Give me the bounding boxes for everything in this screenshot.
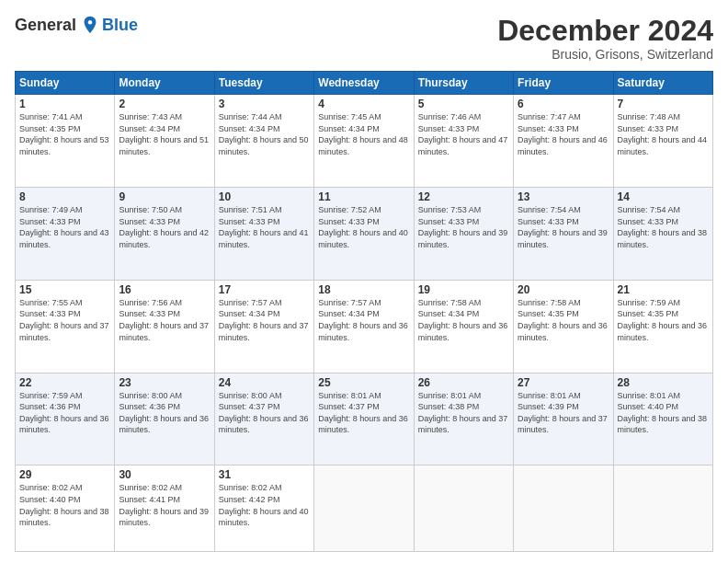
day-number: 4 — [318, 98, 409, 110]
table-row: 14Sunrise: 7:54 AM Sunset: 4:33 PM Dayli… — [613, 188, 712, 281]
table-row: 7Sunrise: 7:48 AM Sunset: 4:33 PM Daylig… — [613, 95, 712, 188]
day-number: 16 — [119, 283, 210, 296]
day-info: Sunrise: 8:01 AM Sunset: 4:39 PM Dayligh… — [518, 390, 609, 436]
day-info: Sunrise: 7:57 AM Sunset: 4:34 PM Dayligh… — [318, 297, 409, 343]
day-number: 11 — [318, 190, 409, 203]
col-wednesday: Wednesday — [314, 72, 414, 95]
table-row: 15Sunrise: 7:55 AM Sunset: 4:33 PM Dayli… — [16, 280, 115, 373]
col-saturday: Saturday — [613, 72, 712, 95]
day-info: Sunrise: 7:55 AM Sunset: 4:33 PM Dayligh… — [19, 297, 110, 343]
table-row: 31Sunrise: 8:02 AM Sunset: 4:42 PM Dayli… — [214, 465, 313, 552]
table-row: 26Sunrise: 8:01 AM Sunset: 4:38 PM Dayli… — [414, 373, 513, 465]
table-row: 3Sunrise: 7:44 AM Sunset: 4:34 PM Daylig… — [214, 95, 313, 188]
day-number: 8 — [19, 190, 110, 203]
day-number: 27 — [518, 376, 609, 389]
col-sunday: Sunday — [16, 72, 115, 95]
table-row: 20Sunrise: 7:58 AM Sunset: 4:35 PM Dayli… — [514, 280, 613, 373]
logo-blue: Blue — [102, 16, 138, 35]
calendar-table: Sunday Monday Tuesday Wednesday Thursday… — [15, 71, 713, 552]
logo-icon — [80, 15, 100, 35]
col-thursday: Thursday — [414, 72, 513, 95]
col-tuesday: Tuesday — [214, 72, 313, 95]
day-number: 20 — [518, 283, 609, 296]
table-row: 5Sunrise: 7:46 AM Sunset: 4:33 PM Daylig… — [414, 95, 513, 188]
page: General Blue December 2024 Brusio, Griso… — [0, 0, 728, 563]
table-row: 12Sunrise: 7:53 AM Sunset: 4:33 PM Dayli… — [414, 188, 513, 281]
table-row: 30Sunrise: 8:02 AM Sunset: 4:41 PM Dayli… — [115, 465, 214, 552]
day-number: 30 — [119, 468, 210, 481]
title-area: December 2024 Brusio, Grisons, Switzerla… — [497, 15, 713, 62]
day-info: Sunrise: 8:00 AM Sunset: 4:37 PM Dayligh… — [219, 390, 310, 436]
table-row — [314, 465, 414, 552]
table-row: 10Sunrise: 7:51 AM Sunset: 4:33 PM Dayli… — [214, 188, 313, 281]
day-info: Sunrise: 7:56 AM Sunset: 4:33 PM Dayligh… — [119, 297, 210, 343]
day-info: Sunrise: 7:46 AM Sunset: 4:33 PM Dayligh… — [418, 111, 509, 157]
day-number: 1 — [19, 98, 110, 110]
table-row: 9Sunrise: 7:50 AM Sunset: 4:33 PM Daylig… — [115, 188, 214, 281]
day-info: Sunrise: 7:51 AM Sunset: 4:33 PM Dayligh… — [219, 204, 310, 250]
day-info: Sunrise: 8:02 AM Sunset: 4:41 PM Dayligh… — [119, 482, 210, 528]
day-number: 10 — [219, 190, 310, 203]
day-info: Sunrise: 7:41 AM Sunset: 4:35 PM Dayligh… — [19, 111, 110, 157]
table-row — [613, 465, 712, 552]
day-info: Sunrise: 7:49 AM Sunset: 4:33 PM Dayligh… — [19, 204, 110, 250]
table-row: 24Sunrise: 8:00 AM Sunset: 4:37 PM Dayli… — [214, 373, 313, 465]
table-row: 8Sunrise: 7:49 AM Sunset: 4:33 PM Daylig… — [16, 188, 115, 281]
table-row: 19Sunrise: 7:58 AM Sunset: 4:34 PM Dayli… — [414, 280, 513, 373]
day-number: 12 — [418, 190, 509, 203]
day-info: Sunrise: 7:48 AM Sunset: 4:33 PM Dayligh… — [618, 111, 709, 157]
logo-general: General — [15, 16, 76, 35]
day-number: 2 — [119, 98, 210, 110]
day-number: 22 — [19, 376, 110, 389]
day-info: Sunrise: 8:01 AM Sunset: 4:40 PM Dayligh… — [618, 390, 709, 436]
day-number: 15 — [19, 283, 110, 296]
table-row: 29Sunrise: 8:02 AM Sunset: 4:40 PM Dayli… — [16, 465, 115, 552]
day-info: Sunrise: 7:50 AM Sunset: 4:33 PM Dayligh… — [119, 204, 210, 250]
table-row: 4Sunrise: 7:45 AM Sunset: 4:34 PM Daylig… — [314, 95, 414, 188]
subtitle: Brusio, Grisons, Switzerland — [497, 47, 713, 62]
table-row: 11Sunrise: 7:52 AM Sunset: 4:33 PM Dayli… — [314, 188, 414, 281]
day-number: 21 — [618, 283, 709, 296]
day-number: 6 — [518, 98, 609, 110]
table-row: 18Sunrise: 7:57 AM Sunset: 4:34 PM Dayli… — [314, 280, 414, 373]
table-row: 28Sunrise: 8:01 AM Sunset: 4:40 PM Dayli… — [613, 373, 712, 465]
table-row: 21Sunrise: 7:59 AM Sunset: 4:35 PM Dayli… — [613, 280, 712, 373]
day-info: Sunrise: 7:47 AM Sunset: 4:33 PM Dayligh… — [518, 111, 609, 157]
calendar-header-row: Sunday Monday Tuesday Wednesday Thursday… — [16, 72, 713, 95]
day-number: 7 — [618, 98, 709, 110]
header: General Blue December 2024 Brusio, Griso… — [15, 15, 713, 62]
day-info: Sunrise: 8:01 AM Sunset: 4:37 PM Dayligh… — [318, 390, 409, 436]
table-row: 16Sunrise: 7:56 AM Sunset: 4:33 PM Dayli… — [115, 280, 214, 373]
day-info: Sunrise: 7:59 AM Sunset: 4:35 PM Dayligh… — [618, 297, 709, 343]
day-number: 23 — [119, 376, 210, 389]
logo-area: General Blue — [15, 15, 138, 35]
day-info: Sunrise: 7:59 AM Sunset: 4:36 PM Dayligh… — [19, 390, 110, 436]
month-title: December 2024 — [497, 15, 713, 47]
day-info: Sunrise: 8:02 AM Sunset: 4:40 PM Dayligh… — [19, 482, 110, 528]
logo: General Blue — [15, 15, 138, 35]
day-info: Sunrise: 7:53 AM Sunset: 4:33 PM Dayligh… — [418, 204, 509, 250]
day-number: 25 — [318, 376, 409, 389]
table-row — [514, 465, 613, 552]
table-row: 6Sunrise: 7:47 AM Sunset: 4:33 PM Daylig… — [514, 95, 613, 188]
table-row: 1Sunrise: 7:41 AM Sunset: 4:35 PM Daylig… — [16, 95, 115, 188]
day-info: Sunrise: 7:57 AM Sunset: 4:34 PM Dayligh… — [219, 297, 310, 343]
day-number: 13 — [518, 190, 609, 203]
day-number: 28 — [618, 376, 709, 389]
table-row: 25Sunrise: 8:01 AM Sunset: 4:37 PM Dayli… — [314, 373, 414, 465]
table-row: 17Sunrise: 7:57 AM Sunset: 4:34 PM Dayli… — [214, 280, 313, 373]
day-number: 19 — [418, 283, 509, 296]
day-number: 14 — [618, 190, 709, 203]
day-number: 5 — [418, 98, 509, 110]
day-info: Sunrise: 7:44 AM Sunset: 4:34 PM Dayligh… — [219, 111, 310, 157]
day-info: Sunrise: 7:58 AM Sunset: 4:34 PM Dayligh… — [418, 297, 509, 343]
day-info: Sunrise: 7:54 AM Sunset: 4:33 PM Dayligh… — [618, 204, 709, 250]
table-row: 2Sunrise: 7:43 AM Sunset: 4:34 PM Daylig… — [115, 95, 214, 188]
day-number: 17 — [219, 283, 310, 296]
day-info: Sunrise: 7:43 AM Sunset: 4:34 PM Dayligh… — [119, 111, 210, 157]
table-row: 23Sunrise: 8:00 AM Sunset: 4:36 PM Dayli… — [115, 373, 214, 465]
day-info: Sunrise: 7:58 AM Sunset: 4:35 PM Dayligh… — [518, 297, 609, 343]
table-row: 22Sunrise: 7:59 AM Sunset: 4:36 PM Dayli… — [16, 373, 115, 465]
day-number: 31 — [219, 468, 310, 481]
day-info: Sunrise: 8:00 AM Sunset: 4:36 PM Dayligh… — [119, 390, 210, 436]
